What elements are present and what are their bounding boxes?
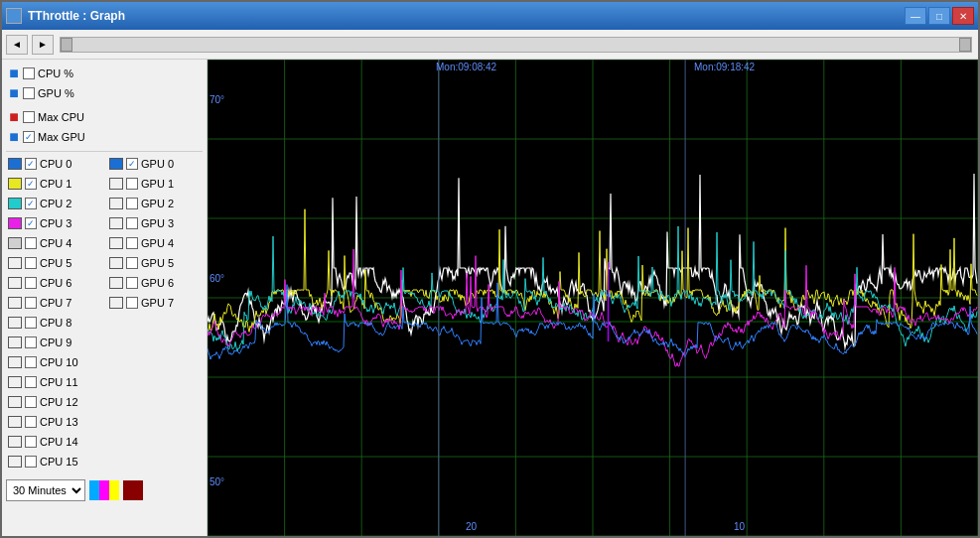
gpu-0-indicator [109,158,123,170]
cpu-9-row: CPU 9 [6,333,105,352]
cpu-15-label: CPU 15 [40,456,78,468]
cpu-1-checkbox[interactable] [25,178,37,190]
gpu-3-row: GPU 3 [107,213,207,233]
cpu-15-row: CPU 15 [6,452,105,471]
cpu-5-label: CPU 5 [40,257,71,269]
cpu-12-indicator [8,396,22,408]
cpu-2-row: CPU 2 [6,194,105,213]
main-content: ■ CPU % ■ GPU % ■ Max CPU [2,60,978,536]
cpu-2-checkbox[interactable] [25,198,37,209]
max-gpu-row: ■ Max GPU [6,127,105,147]
cpu-10-checkbox[interactable] [25,356,37,368]
cpu-5-indicator [8,257,22,269]
cpu-11-checkbox[interactable] [25,376,37,388]
cpu-3-checkbox[interactable] [25,217,37,229]
cpu-10-row: CPU 10 [6,352,105,372]
cpu-4-checkbox[interactable] [25,237,37,249]
cpu-15-checkbox[interactable] [25,456,37,468]
cpu-5-checkbox[interactable] [25,257,37,269]
max-cpu-swatch: ■ [8,111,20,123]
gpu-7-indicator [109,297,123,309]
cpu-7-row: CPU 7 [6,293,105,313]
cpu-14-row: CPU 14 [6,432,105,452]
gpu-4-checkbox[interactable] [126,237,138,249]
gpu-0-checkbox[interactable] [126,158,138,170]
sidebar: ■ CPU % ■ GPU % ■ Max CPU [2,60,208,536]
cpu-6-row: CPU 6 [6,273,105,293]
title-bar: TThrottle : Graph — □ ✕ [2,2,978,30]
cpu-6-indicator [8,277,22,289]
cpu-6-checkbox[interactable] [25,277,37,289]
gpu-percent-checkbox[interactable] [23,87,35,99]
cpu-11-label: CPU 11 [40,376,78,388]
scrollbar-track[interactable] [60,37,972,53]
cpu-12-label: CPU 12 [40,396,78,408]
cpu-7-checkbox[interactable] [25,297,37,309]
gpu-2-label: GPU 2 [141,198,174,209]
gpu-6-label: GPU 6 [141,277,174,289]
separator-1 [6,151,203,152]
gpu-5-row: GPU 5 [107,253,207,273]
top-metrics-section: ■ CPU % ■ GPU % [6,64,203,103]
app-icon [6,8,22,24]
gpu-4-label: GPU 4 [141,237,174,249]
gpu-2-row: GPU 2 [107,194,207,213]
cpu-14-checkbox[interactable] [25,436,37,448]
cpu-14-indicator [8,436,22,448]
close-button[interactable]: ✕ [952,7,974,25]
gpu-0-row: GPU 0 [107,154,207,174]
max-gpu-label: Max GPU [38,131,85,143]
back-button[interactable]: ◄ [6,35,28,55]
cpu-percent-row: ■ CPU % [6,64,105,83]
minimize-button[interactable]: — [905,7,926,25]
gpu-2-checkbox[interactable] [126,198,138,209]
gpu-6-row: GPU 6 [107,273,207,293]
cpu-0-checkbox[interactable] [25,158,37,170]
gpu-7-row: GPU 7 [107,293,207,313]
gpu-7-checkbox[interactable] [126,297,138,309]
gpu-0-label: GPU 0 [141,158,174,170]
gpu-6-indicator [109,277,123,289]
cpu-8-checkbox[interactable] [25,317,37,329]
cpu-9-checkbox[interactable] [25,336,37,348]
cpu-gpu-section: CPU 0 CPU 1 CPU 2 [6,154,203,471]
time-range-select[interactable]: 30 Minutes 10 Minutes 1 Hour 2 Hours [6,479,85,501]
maximize-button[interactable]: □ [928,7,950,25]
gpu-3-checkbox[interactable] [126,217,138,229]
cpu-8-indicator [8,317,22,329]
gpu-5-indicator [109,257,123,269]
cpu-9-indicator [8,336,22,348]
gpu-1-label: GPU 1 [141,178,174,190]
max-cpu-checkbox[interactable] [23,111,35,123]
cpu-11-indicator [8,376,22,388]
cpu-13-checkbox[interactable] [25,416,37,428]
cpu-4-row: CPU 4 [6,233,105,253]
cpu-2-indicator [8,198,22,209]
cpu-7-label: CPU 7 [40,297,71,309]
main-window: TThrottle : Graph — □ ✕ ◄ ► ■ CPU % [0,0,980,538]
cpu-13-label: CPU 13 [40,416,78,428]
cpu-8-row: CPU 8 [6,313,105,333]
title-controls: — □ ✕ [905,7,974,25]
max-cpu-label: Max CPU [38,111,84,123]
cpu-5-row: CPU 5 [6,253,105,273]
gpu-6-checkbox[interactable] [126,277,138,289]
scrollbar-thumb-left[interactable] [61,38,72,52]
cpu-15-indicator [8,456,22,468]
window-title: TThrottle : Graph [28,9,125,23]
color-red-block [123,480,143,500]
max-metrics-section: ■ Max CPU ■ Max GPU [6,107,203,147]
scrollbar-thumb-right[interactable] [959,38,971,52]
cpu-column: CPU 0 CPU 1 CPU 2 [6,154,105,471]
forward-button[interactable]: ► [32,35,54,55]
max-gpu-checkbox[interactable] [23,131,35,143]
cpu-percent-checkbox[interactable] [23,67,35,79]
max-cpu-row: ■ Max CPU [6,107,105,127]
gpu-5-checkbox[interactable] [126,257,138,269]
cpu-12-checkbox[interactable] [25,396,37,408]
cpu-4-indicator [8,237,22,249]
cpu-percent-swatch: ■ [8,67,20,79]
gpu-1-checkbox[interactable] [126,178,138,190]
cpu-14-label: CPU 14 [40,436,78,448]
cpu-1-indicator [8,178,22,190]
